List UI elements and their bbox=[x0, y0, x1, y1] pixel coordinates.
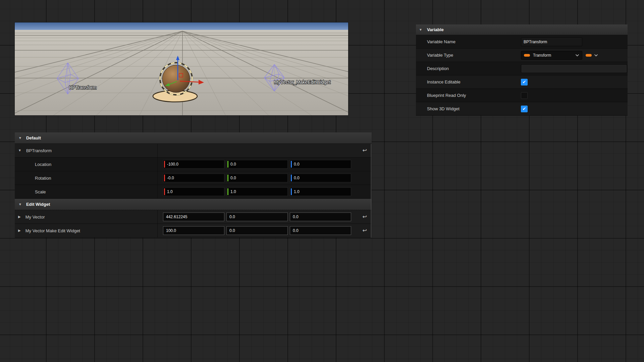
property-label: My Vector Make Edit Widget bbox=[25, 228, 80, 233]
property-label: My Vector bbox=[25, 215, 45, 220]
variable-name-row: Variable Name bbox=[416, 35, 628, 49]
my-vector-z-input[interactable] bbox=[290, 215, 351, 219]
reset-to-default-button[interactable]: ↩ bbox=[363, 214, 367, 220]
blueprint-read-only-label: Blueprint Read Only bbox=[416, 93, 521, 98]
expander-arrow-icon[interactable]: ▶ bbox=[18, 229, 21, 232]
scale-x-input[interactable] bbox=[163, 189, 224, 194]
actor-label-myvector: MyVector_MakeEditWidget bbox=[274, 79, 330, 85]
variable-name-label: Variable Name bbox=[416, 39, 521, 44]
variable-type-label: Variable Type bbox=[416, 53, 521, 58]
variable-type-row: Variable Type Transform bbox=[416, 49, 628, 62]
mvmew-y-input[interactable] bbox=[227, 228, 287, 233]
location-z-input[interactable] bbox=[290, 162, 351, 167]
chevron-down-icon bbox=[594, 54, 598, 57]
scale-x-field[interactable] bbox=[163, 187, 224, 196]
reset-to-default-button[interactable]: ↩ bbox=[363, 148, 367, 153]
check-icon: ✔ bbox=[523, 80, 526, 84]
mvmew-x-field[interactable] bbox=[163, 226, 224, 235]
my-vector-y-field[interactable] bbox=[226, 213, 288, 221]
chevron-down-icon bbox=[575, 54, 579, 57]
details-scrollbar[interactable] bbox=[371, 144, 372, 238]
show-3d-widget-checkbox[interactable]: ✔ bbox=[521, 106, 528, 112]
category-title: Default bbox=[26, 135, 41, 140]
variable-details-panel: ▼ Variable Variable Name Variable Type T… bbox=[416, 24, 628, 116]
scale-z-field[interactable] bbox=[290, 187, 351, 196]
property-label: Rotation bbox=[35, 176, 51, 181]
rotation-y-input[interactable] bbox=[227, 176, 287, 180]
variable-type-value: Transform bbox=[533, 53, 551, 58]
sprite-sphere bbox=[162, 65, 190, 93]
my-vector-x-field[interactable] bbox=[163, 213, 224, 221]
preview-viewport[interactable]: BPTransform MyVector_MakeEditWidget bbox=[15, 22, 348, 115]
rotation-x-input[interactable] bbox=[163, 176, 224, 180]
reset-to-default-button[interactable]: ↩ bbox=[363, 228, 367, 233]
variable-type-dropdown[interactable]: Transform bbox=[521, 51, 582, 60]
scale-y-input[interactable] bbox=[227, 189, 287, 194]
instance-editable-checkbox[interactable]: ✔ bbox=[521, 79, 528, 85]
bptransform-property-row: ▼ BPTransform ↩ bbox=[15, 144, 372, 158]
property-label: BPTransform bbox=[26, 148, 52, 153]
rotation-x-field[interactable] bbox=[163, 174, 224, 182]
blueprint-read-only-row: Blueprint Read Only ✔ bbox=[416, 89, 628, 102]
description-input[interactable] bbox=[521, 64, 627, 73]
variable-section-header[interactable]: ▼ Variable bbox=[416, 24, 628, 35]
category-header-default[interactable]: ▼ Default bbox=[15, 132, 372, 144]
expander-arrow-icon[interactable]: ▶ bbox=[18, 215, 21, 219]
collapse-arrow-icon[interactable]: ▼ bbox=[419, 28, 422, 32]
blueprint-read-only-checkbox[interactable]: ✔ bbox=[521, 92, 528, 99]
description-row: Description bbox=[416, 62, 628, 75]
location-property-row: Location bbox=[15, 158, 372, 171]
location-x-field[interactable] bbox=[163, 160, 224, 169]
variable-section-title: Variable bbox=[427, 27, 444, 32]
actor-label-bptransform: BPTransform bbox=[69, 85, 97, 90]
viewport-sky bbox=[15, 22, 348, 30]
rotation-z-field[interactable] bbox=[290, 174, 351, 182]
my-vector-property-row: ▶ My Vector ↩ bbox=[15, 210, 372, 224]
instance-editable-row: Instance Editable ✔ bbox=[416, 75, 628, 89]
mvmew-z-input[interactable] bbox=[290, 228, 351, 233]
property-label: Location bbox=[35, 162, 51, 167]
category-title: Edit Widget bbox=[26, 202, 50, 207]
my-vector-y-input[interactable] bbox=[227, 215, 287, 219]
rotation-z-input[interactable] bbox=[290, 176, 351, 180]
collapse-arrow-icon[interactable]: ▼ bbox=[18, 136, 22, 140]
container-type-pill-icon bbox=[586, 54, 592, 57]
rotation-y-field[interactable] bbox=[226, 174, 288, 182]
variable-name-input[interactable] bbox=[521, 38, 582, 46]
check-icon: ✔ bbox=[523, 107, 526, 111]
scale-property-row: Scale bbox=[15, 185, 372, 199]
my-vector-z-field[interactable] bbox=[290, 213, 351, 221]
collapse-arrow-icon[interactable]: ▼ bbox=[18, 203, 22, 206]
category-header-edit-widget[interactable]: ▼ Edit Widget bbox=[15, 199, 372, 210]
rotation-property-row: Rotation bbox=[15, 171, 372, 185]
instance-editable-label: Instance Editable bbox=[416, 79, 521, 84]
my-vector-x-input[interactable] bbox=[163, 215, 224, 219]
scale-z-input[interactable] bbox=[290, 189, 351, 194]
mvmew-y-field[interactable] bbox=[226, 226, 288, 235]
property-label: Scale bbox=[35, 189, 46, 194]
my-vector-make-edit-widget-property-row: ▶ My Vector Make Edit Widget ↩ bbox=[15, 224, 372, 238]
location-y-input[interactable] bbox=[227, 162, 287, 167]
blueprint-graph-background[interactable]: { "icons": { "expanded_arrow": "▼", "col… bbox=[0, 0, 644, 362]
scale-y-field[interactable] bbox=[226, 187, 288, 196]
location-z-field[interactable] bbox=[290, 160, 351, 169]
mvmew-z-field[interactable] bbox=[290, 226, 351, 235]
container-type-control[interactable] bbox=[586, 54, 598, 57]
description-label: Description bbox=[416, 66, 521, 71]
mvmew-x-input[interactable] bbox=[163, 228, 224, 233]
show-3d-widget-label: Show 3D Widget bbox=[416, 106, 521, 111]
show-3d-widget-row: Show 3D Widget ✔ bbox=[416, 102, 628, 116]
location-x-input[interactable] bbox=[163, 162, 224, 167]
expander-arrow-icon[interactable]: ▼ bbox=[18, 149, 21, 152]
location-y-field[interactable] bbox=[226, 160, 288, 169]
transform-type-pill-icon bbox=[524, 54, 530, 57]
defaults-details-panel: ▼ Default ▼ BPTransform ↩ Location Rotat… bbox=[15, 132, 372, 238]
